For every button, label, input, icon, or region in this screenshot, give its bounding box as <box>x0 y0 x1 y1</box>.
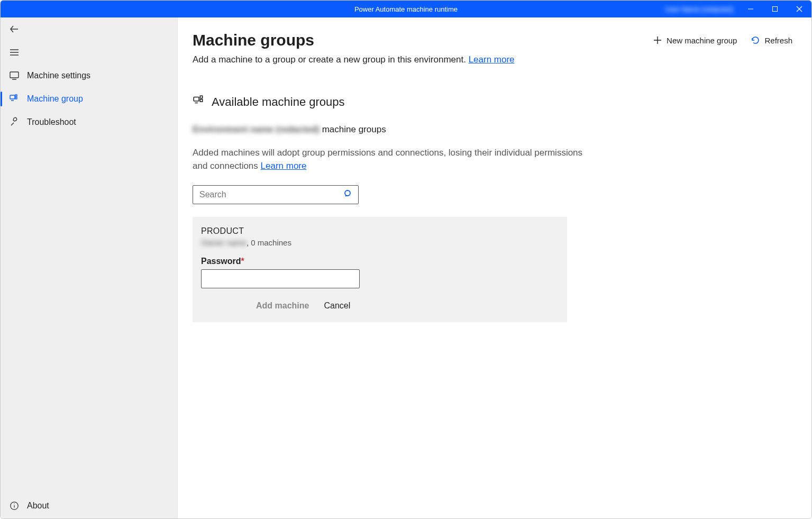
titlebar: Power Automate machine runtime User Name… <box>1 1 811 17</box>
svg-rect-11 <box>15 95 17 96</box>
section-header: Available machine groups <box>193 95 792 110</box>
card-subtitle: Owner name, 0 machines <box>201 238 559 247</box>
password-label: Password* <box>201 257 559 266</box>
sidebar: Machine settings Machine group Troublesh… <box>1 17 178 518</box>
required-mark: * <box>241 257 244 266</box>
svg-rect-21 <box>200 96 202 98</box>
svg-rect-12 <box>15 97 17 99</box>
new-machine-group-button[interactable]: New machine group <box>653 35 737 45</box>
svg-rect-20 <box>194 97 199 101</box>
sidebar-item-label: Troubleshoot <box>27 117 76 127</box>
sidebar-item-machine-settings[interactable]: Machine settings <box>1 64 177 87</box>
back-button[interactable] <box>1 17 177 41</box>
environment-name: Environment name (redacted) <box>193 124 320 134</box>
minimize-button[interactable] <box>738 1 763 17</box>
password-input[interactable] <box>201 269 360 288</box>
minimize-icon <box>747 6 754 12</box>
close-icon <box>796 6 802 12</box>
environment-line: Environment name (redacted) machine grou… <box>193 124 792 135</box>
svg-rect-1 <box>773 7 778 12</box>
arrow-left-icon <box>9 24 20 34</box>
add-machine-button[interactable]: Add machine <box>256 301 309 311</box>
page-header: Machine groups New machine group Refresh <box>193 31 792 49</box>
new-machine-group-label: New machine group <box>667 36 737 45</box>
close-button[interactable] <box>787 1 811 17</box>
machine-group-card: PRODUCT Owner name, 0 machines Password*… <box>193 217 567 322</box>
description-body: Added machines will adopt group permissi… <box>193 148 582 171</box>
svg-point-17 <box>14 504 14 504</box>
monitor-icon <box>9 70 20 81</box>
page-title: Machine groups <box>193 31 314 49</box>
maximize-icon <box>772 6 778 12</box>
search-field-wrapper[interactable] <box>193 185 359 204</box>
card-owner: Owner name <box>201 238 247 247</box>
plus-icon <box>653 35 662 45</box>
info-icon <box>9 500 20 511</box>
wrench-icon <box>9 117 20 128</box>
hamburger-icon <box>9 47 20 58</box>
sidebar-item-about[interactable]: About <box>1 494 177 517</box>
svg-rect-10 <box>10 95 15 99</box>
sidebar-item-label: Machine group <box>27 94 83 104</box>
page-actions: New machine group Refresh <box>653 35 792 45</box>
sidebar-item-label: Machine settings <box>27 71 90 80</box>
app-window: Power Automate machine runtime User Name… <box>0 0 812 519</box>
card-actions: Add machine Cancel <box>201 301 559 311</box>
search-icon <box>343 189 353 201</box>
intro-text: Add a machine to a group or create a new… <box>193 54 792 65</box>
description-learn-more-link[interactable]: Learn more <box>261 161 307 171</box>
section-title: Available machine groups <box>212 95 345 109</box>
svg-rect-22 <box>200 99 202 102</box>
titlebar-user: User Name (redacted) <box>665 5 733 13</box>
refresh-button[interactable]: Refresh <box>751 35 792 45</box>
sidebar-item-troubleshoot[interactable]: Troubleshoot <box>1 111 177 134</box>
cancel-button[interactable]: Cancel <box>324 301 350 311</box>
environment-suffix: machine groups <box>320 124 386 134</box>
maximize-button[interactable] <box>763 1 787 17</box>
sidebar-item-machine-group[interactable]: Machine group <box>1 87 177 111</box>
svg-point-24 <box>345 190 350 196</box>
refresh-label: Refresh <box>764 36 792 45</box>
hamburger-button[interactable] <box>1 41 177 64</box>
svg-line-14 <box>11 123 14 125</box>
password-label-text: Password <box>201 257 241 266</box>
machine-group-icon <box>9 94 20 104</box>
card-title: PRODUCT <box>201 226 559 236</box>
app-body: Machine settings Machine group Troublesh… <box>1 17 811 518</box>
sidebar-spacer <box>1 134 177 494</box>
intro-body: Add a machine to a group or create a new… <box>193 54 469 65</box>
intro-learn-more-link[interactable]: Learn more <box>469 54 515 65</box>
svg-rect-8 <box>10 72 19 78</box>
machine-group-section-icon <box>193 95 204 110</box>
main-content: Machine groups New machine group Refresh… <box>178 17 811 518</box>
search-input[interactable] <box>198 189 343 200</box>
titlebar-right: User Name (redacted) <box>665 1 811 17</box>
card-machines-count: , 0 machines <box>247 238 291 247</box>
refresh-icon <box>751 35 760 45</box>
description-text: Added machines will adopt group permissi… <box>193 147 584 172</box>
sidebar-item-label: About <box>27 501 49 511</box>
